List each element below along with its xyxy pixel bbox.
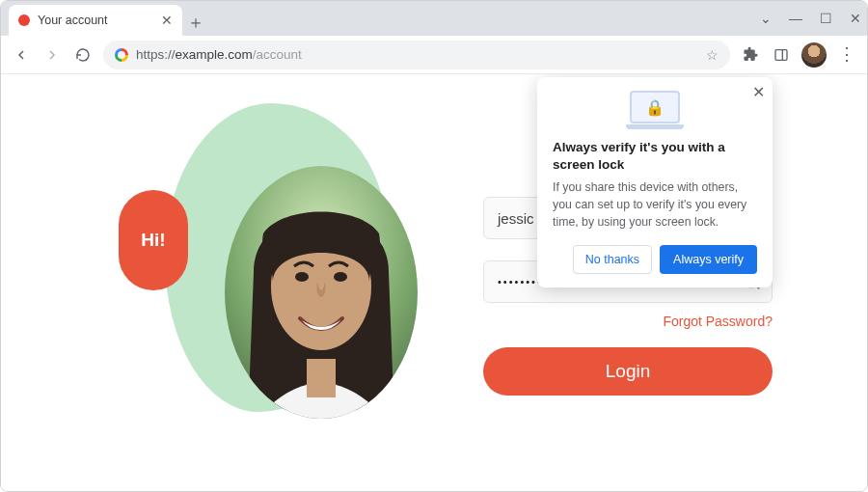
username-value: jessic <box>498 210 534 227</box>
login-button[interactable]: Login <box>483 347 773 396</box>
minimize-button[interactable]: ― <box>789 11 802 26</box>
google-icon <box>115 48 128 62</box>
greeting-text: Hi! <box>141 230 165 251</box>
reload-button[interactable] <box>72 44 94 66</box>
profile-avatar[interactable] <box>801 42 827 68</box>
screen-lock-popover: ✕ 🔒 Always verify it's you with a screen… <box>537 77 773 287</box>
close-tab-icon[interactable]: ✕ <box>161 14 173 27</box>
forgot-password-link[interactable]: Forgot Password? <box>663 314 773 329</box>
new-tab-button[interactable]: ＋ <box>182 9 209 36</box>
popover-illustration: 🔒 <box>553 91 757 131</box>
tab-title: Your account <box>38 14 153 27</box>
bookmark-star-icon[interactable]: ☆ <box>706 47 719 63</box>
favicon-icon <box>18 14 30 26</box>
svg-rect-0 <box>775 49 787 60</box>
back-button[interactable] <box>11 44 32 66</box>
svg-point-5 <box>334 272 347 282</box>
no-thanks-button[interactable]: No thanks <box>573 245 652 274</box>
forward-button[interactable] <box>41 44 63 66</box>
lock-icon: 🔒 <box>645 98 665 117</box>
url-text: https://example.com/account <box>136 47 302 62</box>
always-verify-button[interactable]: Always verify <box>660 245 757 274</box>
toolbar: https://example.com/account ☆ ⋮ <box>1 36 867 74</box>
page-content: Hi! W Please jessic <box>1 74 867 492</box>
browser-window: Your account ✕ ＋ ⌄ ― ☐ ✕ https://example… <box>0 0 868 492</box>
forgot-password-row: Forgot Password? <box>483 313 773 330</box>
address-bar[interactable]: https://example.com/account ☆ <box>103 41 730 69</box>
svg-rect-6 <box>307 359 336 397</box>
tab-your-account[interactable]: Your account ✕ <box>9 5 182 36</box>
side-panel-icon[interactable] <box>771 44 792 66</box>
popover-actions: No thanks Always verify <box>553 245 757 274</box>
extensions-icon[interactable] <box>740 44 761 66</box>
maximize-button[interactable]: ☐ <box>820 11 832 26</box>
profile-photo <box>225 166 418 419</box>
close-popover-icon[interactable]: ✕ <box>752 83 765 101</box>
greeting-pill: Hi! <box>119 190 188 290</box>
close-window-button[interactable]: ✕ <box>850 11 861 26</box>
svg-point-4 <box>295 272 309 282</box>
popover-body: If you share this device with others, yo… <box>553 179 757 231</box>
tab-strip: Your account ✕ ＋ ⌄ ― ☐ ✕ <box>1 1 867 36</box>
menu-kebab-icon[interactable]: ⋮ <box>836 44 857 66</box>
popover-title: Always verify it's you with a screen loc… <box>553 139 757 174</box>
window-controls: ⌄ ― ☐ ✕ <box>760 1 861 36</box>
chevron-down-icon[interactable]: ⌄ <box>760 11 772 26</box>
